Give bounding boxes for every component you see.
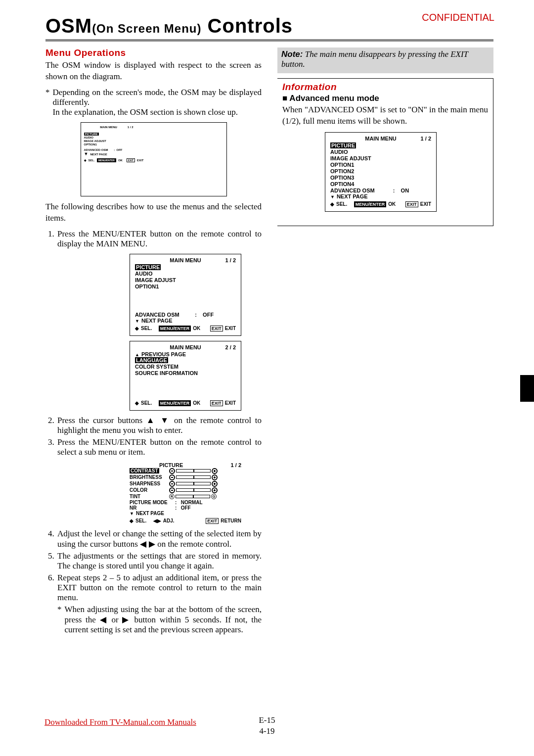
menu-operations-heading: Menu Operations (45, 47, 262, 58)
intro2-text: The following describes how to use the m… (45, 201, 262, 224)
osd-picture-menu: PICTURE1 / 2 CONTRAST BRIGHTNESS SHARPNE… (130, 462, 241, 524)
star-note: Depending on the screen's mode, the OSM … (53, 88, 262, 107)
osd-tiny: MAIN MENU1 / 2 PICTURE AUDIO IMAGE ADJUS… (84, 126, 134, 162)
minus-icon (169, 468, 175, 474)
steps-list: Press the MENU/ENTER button on the remot… (45, 229, 262, 249)
step-5: The adjustments or the settings that are… (56, 551, 262, 571)
step-1: Press the MENU/ENTER button on the remot… (56, 229, 262, 249)
plus-icon (212, 468, 218, 474)
page-tab (520, 375, 534, 402)
slider-bar (176, 469, 211, 472)
title-controls: Controls (201, 15, 293, 37)
osd-advanced-menu: MAIN MENU1 / 2 PICTURE AUDIO IMAGE ADJUS… (325, 132, 437, 212)
step-6: Repeat steps 2 – 5 to adjust an addition… (56, 573, 262, 635)
step-4: Adjust the level or change the setting o… (56, 529, 262, 549)
osd-main-menu-2: MAIN MENU2 / 2 PREVIOUS PAGE LANGUAGE CO… (130, 341, 241, 411)
intro-text: The OSM window is displayed with respect… (45, 60, 262, 83)
title-paren: (On Screen Menu) (92, 22, 201, 35)
step-3: Press the MENU/ENTER button on the remot… (56, 437, 262, 457)
title-osm: OSM (45, 15, 92, 37)
step-2: Press the cursor buttons ▲ ▼ on the remo… (56, 416, 262, 435)
note-box: Note: The main menu disappears by pressi… (277, 47, 493, 73)
title-rule (45, 39, 493, 42)
information-box: Information ■ Advanced menu mode When "A… (277, 78, 493, 226)
osm-preview-frame: MAIN MENU1 / 2 PICTURE AUDIO IMAGE ADJUS… (81, 122, 227, 196)
confidential-label: CONFIDENTIAL (422, 12, 494, 23)
osd-main-menu-1: MAIN MENU1 / 2 PICTURE AUDIO IMAGE ADJUS… (130, 254, 241, 336)
download-link[interactable]: Downloaded From TV-Manual.com Manuals (44, 717, 196, 727)
page-number-main: 4-19 (0, 726, 534, 736)
star-note2: In the explanation, the OSM section is s… (53, 107, 262, 117)
